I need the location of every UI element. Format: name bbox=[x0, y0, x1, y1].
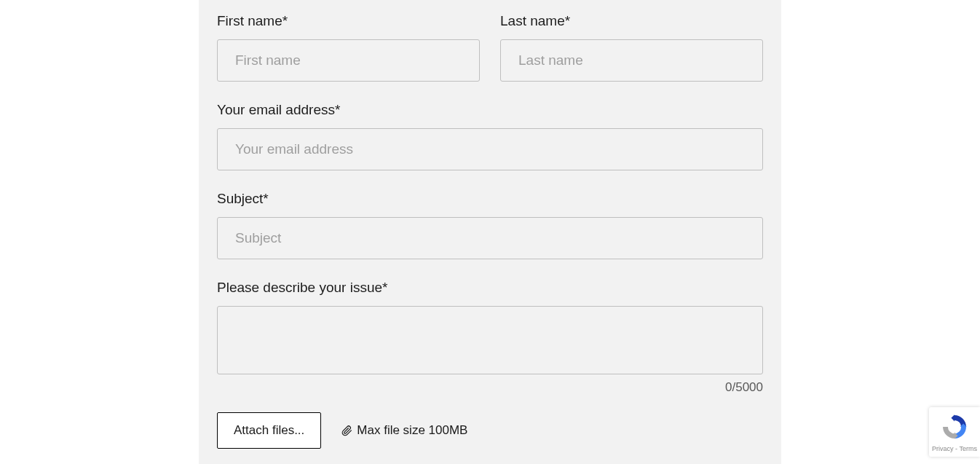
contact-form-container: First name* Last name* Your email addres… bbox=[199, 0, 781, 464]
last-name-group: Last name* bbox=[500, 13, 763, 82]
first-name-input[interactable] bbox=[217, 39, 480, 82]
file-size-text: Max file size 100MB bbox=[357, 423, 467, 438]
subject-label: Subject* bbox=[217, 191, 763, 207]
recaptcha-privacy-link[interactable]: Privacy bbox=[932, 445, 954, 452]
subject-input[interactable] bbox=[217, 217, 763, 259]
file-size-info: Max file size 100MB bbox=[341, 423, 467, 438]
email-label: Your email address* bbox=[217, 102, 763, 118]
description-label: Please describe your issue* bbox=[217, 280, 763, 296]
attach-row: Attach files... Max file size 100MB bbox=[217, 412, 763, 449]
first-name-group: First name* bbox=[217, 13, 480, 82]
char-counter: 0/5000 bbox=[217, 380, 763, 395]
recaptcha-logo-icon bbox=[941, 413, 968, 444]
email-group: Your email address* bbox=[217, 102, 763, 170]
description-textarea[interactable] bbox=[217, 306, 763, 374]
description-group: Please describe your issue* bbox=[217, 280, 763, 377]
email-input[interactable] bbox=[217, 128, 763, 170]
last-name-input[interactable] bbox=[500, 39, 763, 82]
last-name-label: Last name* bbox=[500, 13, 763, 29]
attach-files-button[interactable]: Attach files... bbox=[217, 412, 321, 449]
recaptcha-links: Privacy - Terms bbox=[932, 445, 977, 452]
paperclip-icon bbox=[341, 425, 352, 436]
subject-group: Subject* bbox=[217, 191, 763, 259]
first-name-label: First name* bbox=[217, 13, 480, 29]
name-row: First name* Last name* bbox=[217, 13, 763, 82]
recaptcha-terms-link[interactable]: Terms bbox=[959, 445, 977, 452]
svg-marker-0 bbox=[951, 414, 955, 421]
recaptcha-badge[interactable]: Privacy - Terms bbox=[929, 407, 980, 457]
